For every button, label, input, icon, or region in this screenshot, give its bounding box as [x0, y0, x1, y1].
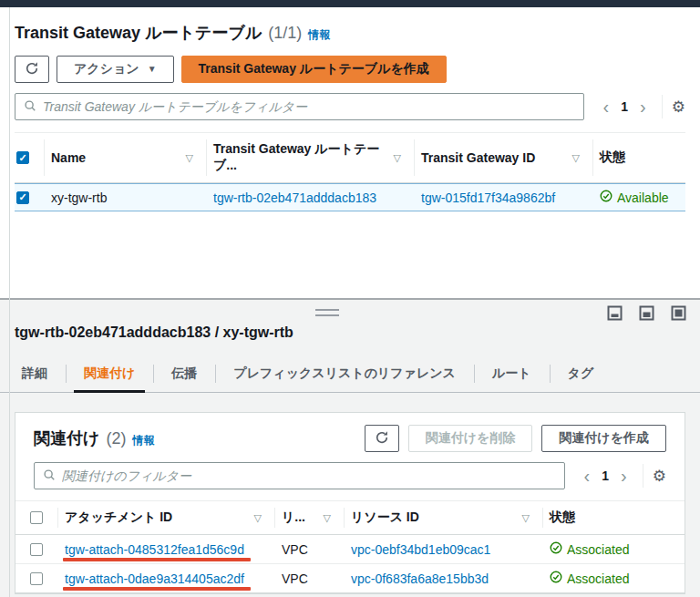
split-drag-handle[interactable] [315, 309, 339, 316]
column-header-resource-id[interactable]: リソース ID ▽ [344, 501, 542, 534]
association-filter-input[interactable] [62, 468, 556, 483]
column-header-label: Transit Gateway ルートテーブ... [213, 141, 394, 174]
tab-routes[interactable]: ルート [474, 355, 550, 392]
select-all-checkbox[interactable]: ✓ [16, 151, 29, 164]
chevron-right-icon[interactable]: › [633, 98, 653, 116]
delete-association-button[interactable]: 関連付けを削除 [408, 425, 533, 452]
table-header-row: アタッチメント ID ▽ リ... ▽ リソース ID ▽ 状態 [15, 500, 685, 535]
chevron-down-icon: ▼ [148, 65, 157, 74]
search-box [15, 93, 584, 120]
pagination: ‹ 1 › ⚙ [597, 95, 685, 118]
search-icon [43, 468, 56, 484]
column-header-rtb-name[interactable]: Transit Gateway ルートテーブ... ▽ [206, 133, 414, 182]
column-header-name[interactable]: Name ▽ [44, 133, 206, 182]
sort-icon[interactable]: ▽ [572, 152, 585, 164]
panel-layout-controls [607, 305, 686, 324]
chevron-left-icon[interactable]: ‹ [578, 467, 597, 485]
table-row[interactable]: tgw-attach-0dae9a314405ac2df VPC vpc-0f6… [15, 564, 685, 593]
layout-bottom-half-icon[interactable] [639, 305, 654, 324]
column-header-tgw-id[interactable]: Transit Gateway ID ▽ [414, 133, 592, 182]
table-row[interactable]: ✓ xy-tgw-rtb tgw-rtb-02eb471adddacb183 t… [15, 183, 685, 211]
chevron-right-icon[interactable]: › [614, 467, 633, 485]
column-header-status: 状態 [592, 133, 685, 182]
info-link[interactable]: 情報 [308, 27, 330, 43]
red-underline-annotation: tgw-attach-0485312fea1d56c9d [65, 542, 244, 557]
status-ok-icon [550, 541, 562, 557]
resource-id-link[interactable]: vpc-0ebf34bd1eb09cac1 [351, 542, 490, 557]
tab-propagations[interactable]: 伝播 [153, 355, 215, 392]
column-header-attachment-id[interactable]: アタッチメント ID ▽ [57, 501, 274, 534]
detail-title: tgw-rtb-02eb471adddacb183 / xy-tgw-rtb [0, 300, 700, 341]
chevron-left-icon[interactable]: ‹ [597, 98, 616, 116]
content-left-border [9, 7, 10, 597]
column-header-label: リ... [282, 510, 305, 526]
row-select-cell [15, 538, 57, 561]
info-link[interactable]: 情報 [132, 433, 154, 448]
status-label: Available [617, 190, 669, 205]
tab-details[interactable]: 詳細 [4, 355, 66, 392]
row-checkbox[interactable] [30, 543, 43, 556]
column-header-label: 状態 [600, 149, 625, 166]
refresh-button[interactable] [15, 56, 49, 83]
page-number[interactable]: 1 [615, 99, 633, 114]
row-select-cell: ✓ [15, 186, 44, 210]
select-all-cell: ✓ [15, 133, 44, 182]
sort-icon[interactable]: ▽ [522, 512, 535, 524]
search-icon [24, 99, 36, 115]
tab-associations[interactable]: 関連付け [66, 355, 153, 392]
actions-button-label: アクション [74, 61, 139, 77]
tab-tags[interactable]: タグ [550, 355, 612, 392]
actions-button[interactable]: アクション ▼ [57, 56, 174, 83]
sort-icon[interactable]: ▽ [394, 152, 407, 164]
divider [662, 95, 663, 118]
page-title-row: Transit Gateway ルートテーブル (1/1) 情報 [15, 22, 685, 44]
resource-id-link[interactable]: vpc-0f683fa6a8e15bb3d [351, 571, 489, 586]
toolbar: アクション ▼ Transit Gateway ルートテーブルを作成 [15, 56, 685, 83]
check-icon: ✓ [18, 153, 26, 163]
gear-icon[interactable]: ⚙ [653, 467, 666, 485]
cell-resource-type: VPC [274, 537, 344, 562]
result-count: (1/1) [268, 24, 302, 43]
status-label: Associated [567, 571, 629, 586]
cell-resource-type: VPC [274, 566, 344, 592]
refresh-button[interactable] [365, 425, 399, 452]
transit-gateway-id-link[interactable]: tgw-015fd17f34a9862bf [421, 190, 555, 205]
attachment-id-link[interactable]: tgw-attach-0485312fea1d56c9d [65, 542, 244, 557]
check-icon: ✓ [18, 192, 26, 202]
create-route-table-button[interactable]: Transit Gateway ルートテーブルを作成 [181, 56, 447, 83]
associations-actions: 関連付けを削除 関連付けを作成 [365, 425, 666, 452]
route-table-id-link[interactable]: tgw-rtb-02eb471adddacb183 [213, 190, 376, 205]
status-badge: Available [600, 190, 669, 205]
sort-icon[interactable]: ▽ [254, 512, 267, 524]
pagination: ‹ 1 › ⚙ [578, 464, 666, 488]
associations-count: (2) [106, 429, 126, 448]
page-number[interactable]: 1 [596, 468, 614, 483]
status-ok-icon [550, 571, 562, 586]
associations-card: 関連付け (2) 情報 関連付けを削除 関連付けを作成 [15, 412, 685, 594]
column-header-resource-type[interactable]: リ... ▽ [274, 501, 344, 534]
refresh-icon [25, 61, 39, 78]
detail-panel: tgw-rtb-02eb471adddacb183 / xy-tgw-rtb 詳… [0, 298, 700, 597]
route-tables-panel: Transit Gateway ルートテーブル (1/1) 情報 アクション ▼… [0, 7, 700, 298]
sort-icon[interactable]: ▽ [324, 512, 336, 524]
associations-filter-row: ‹ 1 › ⚙ [15, 460, 685, 500]
select-all-checkbox[interactable] [30, 511, 43, 524]
table-row[interactable]: tgw-attach-0485312fea1d56c9d VPC vpc-0eb… [15, 535, 685, 564]
associations-title: 関連付け [34, 427, 99, 449]
cell-name: xy-tgw-rtb [44, 185, 206, 211]
row-checkbox[interactable]: ✓ [16, 191, 29, 204]
row-checkbox[interactable] [30, 572, 43, 585]
route-table-filter-input[interactable] [43, 99, 575, 114]
tab-prefix-list-references[interactable]: プレフィックスリストのリファレンス [215, 355, 474, 392]
red-underline-annotation: tgw-attach-0dae9a314405ac2df [65, 571, 244, 586]
table-header-row: ✓ Name ▽ Transit Gateway ルートテーブ... ▽ Tra… [15, 132, 685, 183]
attachment-id-link[interactable]: tgw-attach-0dae9a314405ac2df [65, 571, 244, 586]
sort-icon[interactable]: ▽ [186, 152, 199, 164]
layout-bottom-small-icon[interactable] [607, 305, 623, 324]
layout-full-icon[interactable] [671, 305, 686, 324]
column-header-status: 状態 [542, 501, 685, 534]
route-tables-table: ✓ Name ▽ Transit Gateway ルートテーブ... ▽ Tra… [15, 132, 685, 211]
status-badge: Associated [550, 571, 629, 586]
create-association-button[interactable]: 関連付けを作成 [541, 425, 666, 452]
gear-icon[interactable]: ⚙ [672, 98, 685, 116]
